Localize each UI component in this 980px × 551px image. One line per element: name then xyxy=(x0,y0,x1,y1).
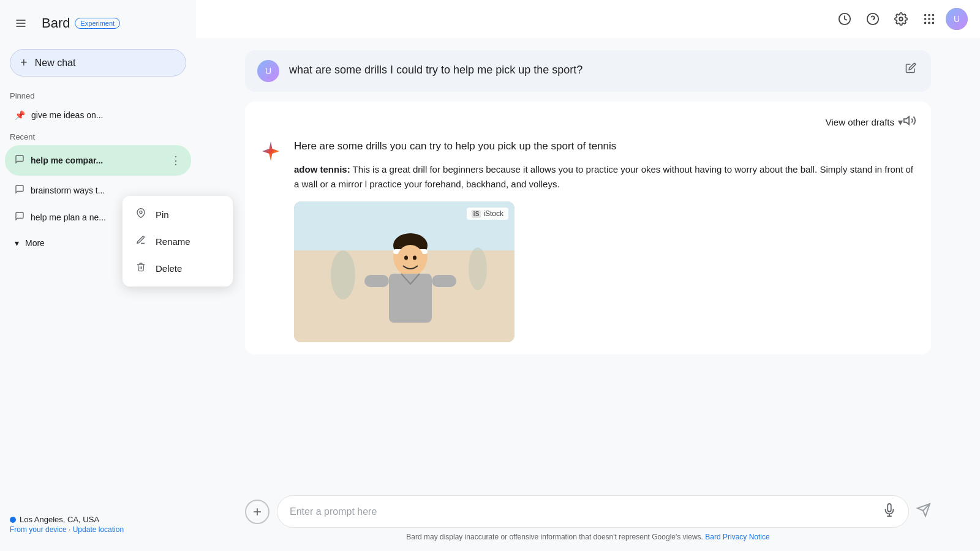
add-attachment-button[interactable] xyxy=(245,500,270,524)
location-text: Los Angeles, CA, USA xyxy=(20,515,99,524)
sidebar-header: Bard Experiment xyxy=(0,7,196,44)
settings-button[interactable] xyxy=(889,7,913,31)
pinned-chat-label: give me ideas on... xyxy=(31,110,184,120)
user-message: U what are some drills I could try to he… xyxy=(245,50,931,92)
delete-label: Delete xyxy=(156,263,182,274)
chat-icon-1 xyxy=(15,184,24,197)
bard-text-area: Here are some drills you can try to help… xyxy=(294,140,916,342)
svg-point-23 xyxy=(397,245,424,274)
svg-point-7 xyxy=(924,14,927,17)
message-block: U what are some drills I could try to he… xyxy=(245,38,931,359)
chevron-down-icon: ▾ xyxy=(898,116,903,128)
location-sub-link[interactable]: From your device · Update location xyxy=(10,525,124,534)
history-button[interactable] xyxy=(833,7,856,31)
input-row: Enter a prompt here xyxy=(245,495,931,528)
chat-more-button-0[interactable]: ⋮ xyxy=(168,151,184,170)
svg-point-8 xyxy=(928,14,930,17)
plus-icon: + xyxy=(20,56,28,70)
istock-label: iStock xyxy=(483,209,503,218)
svg-point-15 xyxy=(932,22,935,24)
pin-icon: 📌 xyxy=(15,110,25,120)
location-sub[interactable]: From your device · Update location xyxy=(10,525,186,534)
chat-area: U what are some drills I could try to he… xyxy=(196,38,980,485)
pin-label: Pin xyxy=(156,209,169,220)
bard-response-body: adow tennis: This is a great drill for b… xyxy=(294,162,916,192)
istock-overlay: iS iStock xyxy=(467,208,508,220)
svg-point-14 xyxy=(928,22,930,24)
user-avatar: U xyxy=(257,60,279,82)
tennis-image: iS iStock xyxy=(294,201,514,342)
bard-body-text: This is a great drill for beginners beca… xyxy=(294,164,913,189)
svg-marker-16 xyxy=(904,117,909,125)
delete-icon xyxy=(135,262,147,274)
logo-area: Bard Experiment xyxy=(42,15,120,31)
privacy-notice-link[interactable]: Bard Privacy Notice xyxy=(705,533,769,541)
recent-section-label: Recent xyxy=(0,127,196,144)
recent-chat-label-0: help me compar... xyxy=(31,156,162,165)
istock-icon: iS xyxy=(472,210,481,218)
bard-logo xyxy=(260,140,282,342)
help-button[interactable] xyxy=(861,7,884,31)
avatar: U xyxy=(946,8,968,30)
svg-point-13 xyxy=(924,22,927,24)
user-avatar-button[interactable]: U xyxy=(946,8,968,30)
bard-response-header: View other drafts ▾ xyxy=(260,114,916,130)
app-title: Bard xyxy=(42,15,70,31)
sidebar-footer: Los Angeles, CA, USA From your device · … xyxy=(0,505,196,544)
svg-point-11 xyxy=(928,18,930,20)
menu-button[interactable] xyxy=(10,12,32,34)
location-dot-icon xyxy=(10,517,16,523)
pinned-chat-item[interactable]: 📌 give me ideas on... xyxy=(5,104,191,126)
svg-rect-28 xyxy=(432,275,456,287)
bard-response: View other drafts ▾ xyxy=(245,102,931,354)
recent-chat-item-0[interactable]: help me compar... ⋮ xyxy=(5,145,191,176)
disclaimer: Bard may display inaccurate or offensive… xyxy=(245,533,931,541)
prompt-placeholder: Enter a prompt here xyxy=(290,506,377,517)
microphone-button[interactable] xyxy=(883,503,896,520)
new-chat-button[interactable]: + New chat xyxy=(10,49,186,77)
chat-icon-0 xyxy=(15,154,24,167)
context-menu: Pin Rename Delete xyxy=(123,196,233,287)
svg-point-10 xyxy=(924,18,927,20)
pinned-section-label: Pinned xyxy=(0,86,196,103)
svg-point-37 xyxy=(140,211,142,214)
svg-point-25 xyxy=(413,256,417,260)
location-row: Los Angeles, CA, USA xyxy=(10,515,186,524)
chevron-down-icon: ▾ xyxy=(15,238,19,248)
recent-chat-label-1: brainstorm ways t... xyxy=(31,186,184,195)
svg-point-12 xyxy=(932,18,935,20)
svg-point-9 xyxy=(932,14,935,17)
bard-response-title: Here are some drills you can try to help… xyxy=(294,140,916,152)
more-label: More xyxy=(25,238,45,248)
view-other-drafts-button[interactable]: View other drafts ▾ xyxy=(826,116,903,128)
input-area: Enter a prompt here Bard may di xyxy=(196,485,980,551)
svg-point-6 xyxy=(899,17,903,21)
context-menu-delete[interactable]: Delete xyxy=(123,255,233,282)
svg-point-24 xyxy=(404,256,408,260)
svg-point-30 xyxy=(469,247,487,290)
svg-rect-27 xyxy=(364,275,389,287)
read-aloud-button[interactable] xyxy=(903,114,916,130)
rename-label: Rename xyxy=(156,236,190,247)
apps-button[interactable] xyxy=(918,7,941,31)
view-drafts-label: View other drafts xyxy=(826,117,894,127)
svg-point-29 xyxy=(331,250,355,299)
new-chat-label: New chat xyxy=(35,58,76,69)
context-menu-rename[interactable]: Rename xyxy=(123,228,233,255)
edit-message-button[interactable] xyxy=(903,60,919,79)
svg-rect-26 xyxy=(389,274,432,323)
chat-icon-2 xyxy=(15,211,24,223)
bard-body-bold: adow tennis: xyxy=(294,164,350,174)
rename-icon xyxy=(135,235,147,247)
disclaimer-text: Bard may display inaccurate or offensive… xyxy=(406,533,703,541)
main-content: U U what are some drills I could try to … xyxy=(196,0,980,551)
bard-content: Here are some drills you can try to help… xyxy=(260,140,916,342)
user-message-text: what are some drills I could try to help… xyxy=(289,60,893,77)
context-menu-pin[interactable]: Pin xyxy=(123,201,233,228)
topbar: U xyxy=(196,0,980,38)
send-button[interactable] xyxy=(916,503,931,521)
prompt-input-container[interactable]: Enter a prompt here xyxy=(277,495,909,528)
experiment-badge: Experiment xyxy=(75,18,120,29)
pin-context-icon xyxy=(135,208,147,220)
